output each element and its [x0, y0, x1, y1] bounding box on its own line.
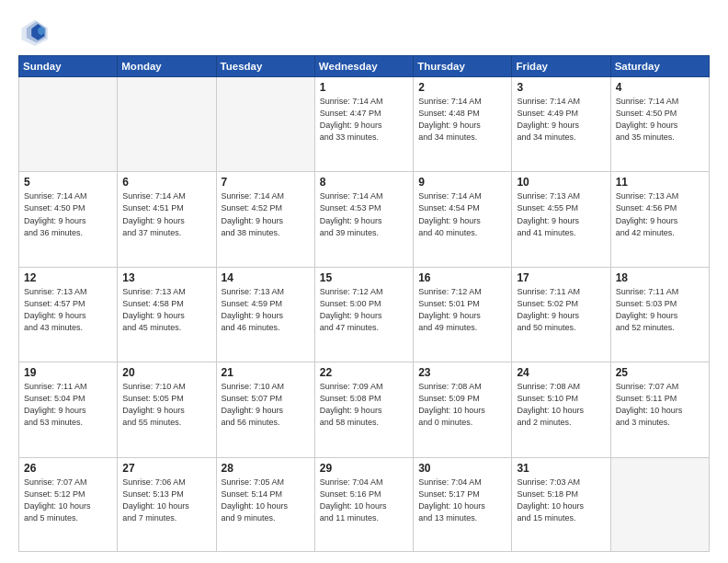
day-number: 28	[222, 462, 310, 475]
day-info: Sunrise: 7:08 AM Sunset: 5:10 PM Dayligh…	[517, 381, 605, 429]
calendar-cell: 21Sunrise: 7:10 AM Sunset: 5:07 PM Dayli…	[216, 362, 314, 457]
calendar-cell	[118, 77, 216, 172]
day-info: Sunrise: 7:11 AM Sunset: 5:04 PM Dayligh…	[24, 381, 112, 429]
calendar-cell: 4Sunrise: 7:14 AM Sunset: 4:50 PM Daylig…	[610, 77, 709, 172]
day-number: 18	[616, 271, 704, 284]
day-number: 24	[517, 366, 605, 379]
day-number: 31	[517, 462, 605, 475]
day-number: 26	[24, 462, 112, 475]
calendar-cell: 15Sunrise: 7:12 AM Sunset: 5:00 PM Dayli…	[314, 267, 413, 362]
calendar-cell: 6Sunrise: 7:14 AM Sunset: 4:51 PM Daylig…	[118, 172, 216, 267]
calendar-cell: 22Sunrise: 7:09 AM Sunset: 5:08 PM Dayli…	[314, 362, 413, 457]
calendar-cell: 23Sunrise: 7:08 AM Sunset: 5:09 PM Dayli…	[414, 362, 512, 457]
calendar-cell: 9Sunrise: 7:14 AM Sunset: 4:54 PM Daylig…	[414, 172, 512, 267]
week-row-1: 1Sunrise: 7:14 AM Sunset: 4:47 PM Daylig…	[19, 77, 710, 172]
day-number: 19	[24, 366, 112, 379]
day-info: Sunrise: 7:13 AM Sunset: 4:56 PM Dayligh…	[616, 190, 704, 238]
calendar-cell: 20Sunrise: 7:10 AM Sunset: 5:05 PM Dayli…	[118, 362, 216, 457]
day-number: 11	[616, 176, 704, 189]
week-row-5: 26Sunrise: 7:07 AM Sunset: 5:12 PM Dayli…	[19, 457, 710, 551]
day-info: Sunrise: 7:04 AM Sunset: 5:16 PM Dayligh…	[320, 477, 408, 524]
day-info: Sunrise: 7:13 AM Sunset: 4:58 PM Dayligh…	[122, 286, 210, 334]
day-number: 14	[222, 271, 310, 284]
day-number: 27	[122, 462, 210, 475]
day-number: 21	[222, 366, 310, 379]
weekday-header-monday: Monday	[118, 56, 216, 77]
calendar-cell: 13Sunrise: 7:13 AM Sunset: 4:58 PM Dayli…	[118, 267, 216, 362]
day-info: Sunrise: 7:04 AM Sunset: 5:17 PM Dayligh…	[418, 477, 506, 524]
day-info: Sunrise: 7:11 AM Sunset: 5:02 PM Dayligh…	[517, 286, 605, 334]
day-number: 7	[222, 176, 310, 189]
header	[18, 17, 710, 46]
calendar-cell: 5Sunrise: 7:14 AM Sunset: 4:50 PM Daylig…	[19, 172, 118, 267]
calendar-cell: 18Sunrise: 7:11 AM Sunset: 5:03 PM Dayli…	[610, 267, 709, 362]
calendar-cell: 26Sunrise: 7:07 AM Sunset: 5:12 PM Dayli…	[19, 457, 118, 551]
day-info: Sunrise: 7:14 AM Sunset: 4:50 PM Dayligh…	[24, 190, 112, 238]
day-info: Sunrise: 7:07 AM Sunset: 5:12 PM Dayligh…	[24, 477, 112, 524]
day-info: Sunrise: 7:05 AM Sunset: 5:14 PM Dayligh…	[222, 477, 310, 524]
day-number: 29	[320, 462, 408, 475]
day-number: 1	[320, 81, 408, 94]
day-number: 23	[418, 366, 506, 379]
calendar-cell	[610, 457, 709, 551]
day-info: Sunrise: 7:13 AM Sunset: 4:55 PM Dayligh…	[517, 190, 605, 238]
day-info: Sunrise: 7:12 AM Sunset: 5:01 PM Dayligh…	[418, 286, 506, 334]
day-number: 6	[122, 176, 210, 189]
calendar-cell: 24Sunrise: 7:08 AM Sunset: 5:10 PM Dayli…	[512, 362, 610, 457]
weekday-header-friday: Friday	[512, 56, 610, 77]
day-number: 22	[320, 366, 408, 379]
calendar-cell: 19Sunrise: 7:11 AM Sunset: 5:04 PM Dayli…	[19, 362, 118, 457]
calendar-cell: 1Sunrise: 7:14 AM Sunset: 4:47 PM Daylig…	[314, 77, 413, 172]
day-info: Sunrise: 7:13 AM Sunset: 4:57 PM Dayligh…	[24, 286, 112, 334]
day-number: 8	[320, 176, 408, 189]
calendar-cell: 3Sunrise: 7:14 AM Sunset: 4:49 PM Daylig…	[512, 77, 610, 172]
calendar-cell: 30Sunrise: 7:04 AM Sunset: 5:17 PM Dayli…	[414, 457, 512, 551]
day-info: Sunrise: 7:11 AM Sunset: 5:03 PM Dayligh…	[616, 286, 704, 334]
calendar-cell: 17Sunrise: 7:11 AM Sunset: 5:02 PM Dayli…	[512, 267, 610, 362]
day-number: 4	[616, 81, 704, 94]
day-info: Sunrise: 7:14 AM Sunset: 4:47 PM Dayligh…	[320, 96, 408, 144]
day-info: Sunrise: 7:14 AM Sunset: 4:52 PM Dayligh…	[222, 190, 310, 238]
calendar-cell: 25Sunrise: 7:07 AM Sunset: 5:11 PM Dayli…	[610, 362, 709, 457]
weekday-header-row: SundayMondayTuesdayWednesdayThursdayFrid…	[19, 56, 710, 77]
calendar-cell: 29Sunrise: 7:04 AM Sunset: 5:16 PM Dayli…	[314, 457, 413, 551]
logo-icon	[18, 17, 48, 46]
weekday-header-wednesday: Wednesday	[314, 56, 413, 77]
day-number: 10	[517, 176, 605, 189]
week-row-3: 12Sunrise: 7:13 AM Sunset: 4:57 PM Dayli…	[19, 267, 710, 362]
calendar-cell: 14Sunrise: 7:13 AM Sunset: 4:59 PM Dayli…	[216, 267, 314, 362]
day-number: 30	[418, 462, 506, 475]
day-info: Sunrise: 7:12 AM Sunset: 5:00 PM Dayligh…	[320, 286, 408, 334]
calendar-cell: 27Sunrise: 7:06 AM Sunset: 5:13 PM Dayli…	[118, 457, 216, 551]
calendar-cell: 31Sunrise: 7:03 AM Sunset: 5:18 PM Dayli…	[512, 457, 610, 551]
calendar-cell: 28Sunrise: 7:05 AM Sunset: 5:14 PM Dayli…	[216, 457, 314, 551]
day-number: 20	[122, 366, 210, 379]
day-number: 25	[616, 366, 704, 379]
day-info: Sunrise: 7:09 AM Sunset: 5:08 PM Dayligh…	[320, 381, 408, 429]
calendar: SundayMondayTuesdayWednesdayThursdayFrid…	[18, 55, 710, 552]
day-number: 5	[24, 176, 112, 189]
calendar-cell: 16Sunrise: 7:12 AM Sunset: 5:01 PM Dayli…	[414, 267, 512, 362]
weekday-header-saturday: Saturday	[610, 56, 709, 77]
calendar-cell	[216, 77, 314, 172]
calendar-cell: 7Sunrise: 7:14 AM Sunset: 4:52 PM Daylig…	[216, 172, 314, 267]
day-info: Sunrise: 7:14 AM Sunset: 4:54 PM Dayligh…	[418, 190, 506, 238]
day-info: Sunrise: 7:08 AM Sunset: 5:09 PM Dayligh…	[418, 381, 506, 429]
day-number: 2	[418, 81, 506, 94]
day-info: Sunrise: 7:10 AM Sunset: 5:07 PM Dayligh…	[222, 381, 310, 429]
day-info: Sunrise: 7:10 AM Sunset: 5:05 PM Dayligh…	[122, 381, 210, 429]
calendar-cell: 10Sunrise: 7:13 AM Sunset: 4:55 PM Dayli…	[512, 172, 610, 267]
calendar-cell	[19, 77, 118, 172]
week-row-4: 19Sunrise: 7:11 AM Sunset: 5:04 PM Dayli…	[19, 362, 710, 457]
calendar-cell: 12Sunrise: 7:13 AM Sunset: 4:57 PM Dayli…	[19, 267, 118, 362]
day-number: 17	[517, 271, 605, 284]
day-info: Sunrise: 7:14 AM Sunset: 4:53 PM Dayligh…	[320, 190, 408, 238]
day-number: 13	[122, 271, 210, 284]
day-info: Sunrise: 7:06 AM Sunset: 5:13 PM Dayligh…	[122, 477, 210, 524]
day-number: 12	[24, 271, 112, 284]
day-info: Sunrise: 7:13 AM Sunset: 4:59 PM Dayligh…	[222, 286, 310, 334]
logo	[18, 17, 51, 46]
day-info: Sunrise: 7:14 AM Sunset: 4:51 PM Dayligh…	[122, 190, 210, 238]
day-info: Sunrise: 7:14 AM Sunset: 4:49 PM Dayligh…	[517, 96, 605, 144]
day-number: 3	[517, 81, 605, 94]
